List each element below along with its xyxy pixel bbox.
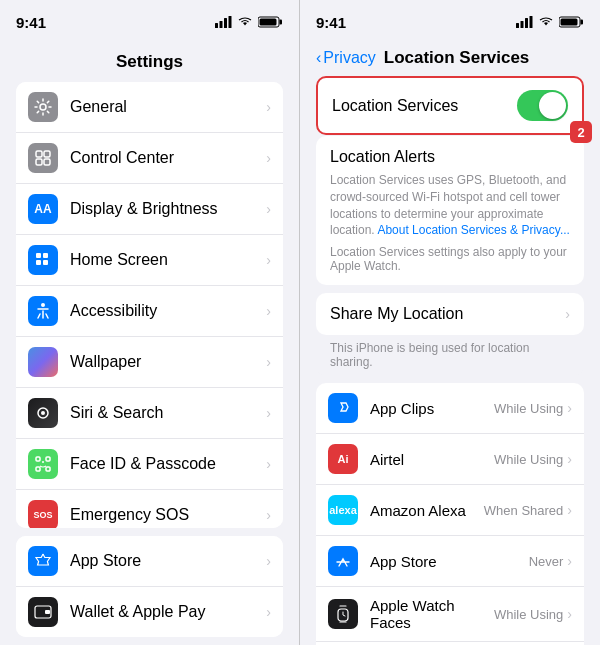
control-center-icon — [28, 143, 58, 173]
toggle-knob — [539, 92, 566, 119]
share-location-chevron: › — [565, 306, 570, 322]
back-label: Privacy — [323, 49, 375, 67]
share-location-card[interactable]: Share My Location › — [316, 293, 584, 335]
siri-icon — [28, 398, 58, 428]
svg-rect-20 — [46, 457, 50, 461]
airtel-permission: While Using — [494, 452, 563, 467]
status-bar-left: 9:41 — [0, 0, 299, 44]
alexa-chevron: › — [567, 502, 572, 518]
settings-item-home-screen[interactable]: Home Screen › — [16, 235, 283, 286]
control-center-chevron: › — [266, 150, 271, 166]
svg-rect-19 — [36, 457, 40, 461]
app-item-app-clips[interactable]: App Clips While Using › — [316, 383, 584, 434]
location-toggle-wrapper: Location Services 2 — [316, 76, 584, 135]
home-screen-label: Home Screen — [70, 251, 266, 269]
faceid-svg — [34, 455, 52, 473]
general-icon — [28, 92, 58, 122]
svg-rect-8 — [36, 151, 42, 157]
home-screen-icon — [28, 245, 58, 275]
badge-2: 2 — [570, 121, 592, 143]
sos-label: Emergency SOS — [70, 506, 266, 524]
back-chevron-icon: ‹ — [316, 49, 321, 67]
accessibility-chevron: › — [266, 303, 271, 319]
svg-rect-31 — [45, 610, 50, 614]
sos-chevron: › — [266, 507, 271, 523]
svg-rect-12 — [36, 253, 41, 258]
battery-icon-right — [559, 16, 584, 28]
svg-point-23 — [42, 461, 44, 463]
svg-rect-15 — [43, 260, 48, 265]
wallet-svg — [34, 605, 52, 619]
settings-item-general[interactable]: General › — [16, 82, 283, 133]
bottom-settings-list: App Store › Wallet & Apple Pay › — [16, 536, 283, 637]
alexa-permission: When Shared — [484, 503, 564, 518]
wallet-icon — [28, 597, 58, 627]
faceid-chevron: › — [266, 456, 271, 472]
time-left: 9:41 — [16, 14, 46, 31]
watch-faces-chevron: › — [567, 606, 572, 622]
status-icons-right — [516, 16, 584, 28]
back-button[interactable]: ‹ Privacy — [316, 49, 376, 67]
accessibility-label: Accessibility — [70, 302, 266, 320]
location-toggle-label: Location Services — [332, 97, 458, 115]
share-location-label: Share My Location — [330, 305, 463, 323]
alexa-icon-text: alexa — [329, 504, 357, 516]
settings-item-wallet[interactable]: Wallet & Apple Pay › — [16, 587, 283, 637]
svg-rect-0 — [215, 23, 218, 28]
settings-item-wallpaper[interactable]: Wallpaper › — [16, 337, 283, 388]
svg-rect-9 — [44, 151, 50, 157]
sos-text: SOS — [33, 510, 52, 520]
watch-faces-permission: While Using — [494, 607, 563, 622]
svg-rect-14 — [36, 260, 41, 265]
app-store-permission: Never — [529, 554, 564, 569]
settings-item-faceid[interactable]: Face ID & Passcode › — [16, 439, 283, 490]
location-toggle-card[interactable]: Location Services — [316, 76, 584, 135]
settings-item-control-center[interactable]: Control Center › — [16, 133, 283, 184]
battery-icon-left — [258, 16, 283, 28]
app-item-amazon-alexa[interactable]: alexa Amazon Alexa When Shared › — [316, 485, 584, 536]
app-store-name: App Store — [370, 553, 529, 570]
wifi-icon-right — [538, 16, 554, 28]
status-icons-left — [215, 16, 283, 28]
svg-rect-6 — [260, 19, 277, 26]
location-watch-text: Location Services settings also apply to… — [330, 245, 570, 273]
right-page-title: Location Services — [384, 48, 530, 68]
location-toggle-switch[interactable] — [517, 90, 568, 121]
sos-icon: SOS — [28, 500, 58, 528]
display-chevron: › — [266, 201, 271, 217]
svg-rect-21 — [36, 467, 40, 471]
app-item-airtel[interactable]: Ai Airtel While Using › — [316, 434, 584, 485]
general-chevron: › — [266, 99, 271, 115]
settings-item-appstore[interactable]: App Store › — [16, 536, 283, 587]
svg-rect-5 — [280, 20, 283, 25]
right-panel: 9:41 ‹ Privacy Locatio — [300, 0, 600, 645]
watch-faces-icon — [328, 599, 358, 629]
settings-item-display[interactable]: AA Display & Brightness › — [16, 184, 283, 235]
share-location-desc: This iPhone is being used for location s… — [316, 335, 584, 375]
wallpaper-label: Wallpaper — [70, 353, 266, 371]
svg-point-16 — [41, 303, 45, 307]
wallpaper-icon — [28, 347, 58, 377]
location-link[interactable]: About Location Services & Privacy... — [377, 223, 570, 237]
settings-item-sos[interactable]: SOS Emergency SOS › — [16, 490, 283, 528]
app-item-watch-faces[interactable]: Apple Watch Faces While Using › — [316, 587, 584, 642]
wallpaper-chevron: › — [266, 354, 271, 370]
location-alerts-label: Location Alerts — [330, 148, 570, 166]
appstore-chevron: › — [266, 553, 271, 569]
svg-rect-34 — [525, 18, 528, 28]
siri-label: Siri & Search — [70, 404, 266, 422]
app-item-app-store[interactable]: App Store Never › — [316, 536, 584, 587]
svg-rect-33 — [521, 21, 524, 28]
settings-item-siri[interactable]: Siri & Search › — [16, 388, 283, 439]
accessibility-svg — [33, 301, 53, 321]
svg-rect-2 — [224, 18, 227, 28]
settings-item-accessibility[interactable]: Accessibility › — [16, 286, 283, 337]
app-store-chevron: › — [567, 553, 572, 569]
svg-rect-38 — [561, 19, 578, 26]
gear-icon — [34, 98, 52, 116]
airtel-icon-text: Ai — [338, 453, 349, 465]
left-page-title: Settings — [0, 44, 299, 82]
svg-rect-10 — [36, 159, 42, 165]
home-screen-chevron: › — [266, 252, 271, 268]
app-store-icon — [328, 546, 358, 576]
